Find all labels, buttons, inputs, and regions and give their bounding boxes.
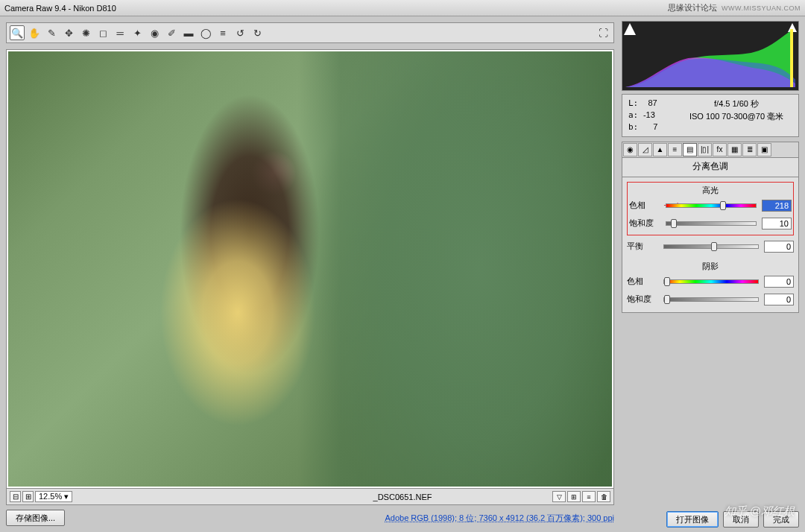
title-bar: Camera Raw 9.4 - Nikon D810 思缘设计论坛WWW.MI… (0, 0, 805, 16)
window-title: Camera Raw 9.4 - Nikon D810 (4, 4, 116, 13)
prefs-icon[interactable]: ≡ (215, 25, 230, 40)
shadows-label: 阴影 (627, 261, 794, 272)
image-preview[interactable] (6, 49, 614, 489)
balance-slider[interactable] (663, 244, 759, 249)
fullscreen-icon[interactable]: ⛶ (596, 25, 610, 40)
preview-footer: ⊟ ⊞ 12.5% ▾ _DSC0651.NEF ▽ ⊞ ≡ 🗑 (6, 489, 614, 505)
hand-tool-icon[interactable]: ✋ (27, 25, 42, 40)
filename-label: _DSC0651.NEF (373, 493, 432, 501)
tab-lens[interactable]: |▯| (698, 143, 712, 156)
tab-fx[interactable]: fx (713, 143, 727, 156)
tab-calib[interactable]: ▦ (727, 143, 742, 156)
watermark: 知乎 @邓红根 (724, 504, 795, 519)
branding: 思缘设计论坛WWW.MISSYUAN.COM (668, 2, 801, 13)
straighten-icon[interactable]: ═ (113, 25, 127, 40)
eyedropper-icon[interactable]: ✎ (44, 25, 59, 40)
balance-value[interactable] (764, 241, 794, 253)
main-toolbar: 🔍 ✋ ✎ ✥ ✺ ◻ ═ ✦ ◉ ✐ ▬ ◯ ≡ ↺ ↻ ⛶ (6, 22, 614, 43)
highlights-sat-row: 饱和度 → (629, 217, 792, 230)
highlights-group-marked: 高光 色相 ⟶ 饱和度 → (627, 182, 794, 235)
filter-icon[interactable]: ▽ (552, 491, 566, 502)
zoom-out-icon[interactable]: ⊟ (10, 491, 21, 502)
tab-hsl[interactable]: ≡ (668, 143, 682, 156)
radial-filter-icon[interactable]: ◯ (198, 25, 213, 40)
shadows-hue-value[interactable] (764, 276, 794, 288)
svg-rect-0 (790, 29, 793, 87)
tab-detail[interactable]: ▲ (653, 143, 667, 156)
highlights-sat-value[interactable] (762, 218, 792, 229)
open-image-button[interactable]: 打开图像 (666, 511, 719, 528)
exif-readout: f/4.5 1/60 秒 ISO 100 70-300@70 毫米 (681, 98, 792, 133)
shadows-sat-value[interactable] (764, 294, 794, 305)
highlights-sat-slider[interactable] (666, 221, 757, 226)
adjust-brush-icon[interactable]: ✐ (164, 25, 179, 40)
workflow-link[interactable]: Adobe RGB (1998); 8 位; 7360 x 4912 (36.2… (385, 513, 614, 524)
lab-readout: L: 87 a: -13 b: 7 (628, 98, 673, 133)
rotate-cw-icon[interactable]: ↻ (250, 25, 265, 40)
balance-row: 平衡 (627, 240, 794, 253)
zoom-select[interactable]: 12.5% ▾ (35, 491, 72, 502)
tab-snapshots[interactable]: ▣ (757, 143, 771, 156)
split-toning-panel: 高光 色相 ⟶ 饱和度 → 平衡 (622, 177, 799, 313)
tab-presets[interactable]: ≣ (742, 143, 757, 156)
zoom-in-icon[interactable]: ⊞ (22, 491, 34, 502)
panel-tabs: ◉ ◿ ▲ ≡ ▤ |▯| fx ▦ ≣ ▣ (622, 142, 799, 158)
shadows-hue-slider[interactable] (663, 279, 759, 284)
spot-removal-icon[interactable]: ✦ (130, 25, 145, 40)
highlights-hue-value[interactable] (762, 200, 792, 212)
zoom-tool-icon[interactable]: 🔍 (10, 25, 25, 40)
rotate-ccw-icon[interactable]: ↺ (233, 25, 247, 40)
panel-title: 分离色调 (622, 158, 799, 177)
tab-curve[interactable]: ◿ (638, 143, 652, 156)
shadows-sat-row: 饱和度 (627, 293, 794, 306)
redeye-icon[interactable]: ◉ (147, 25, 162, 40)
highlights-label: 高光 (629, 185, 792, 196)
tab-split-toning[interactable]: ▤ (683, 143, 697, 156)
crop-icon[interactable]: ◻ (95, 25, 110, 40)
shadows-hue-row: 色相 (627, 275, 794, 288)
graduated-filter-icon[interactable]: ▬ (181, 25, 196, 40)
readout-box: L: 87 a: -13 b: 7 f/4.5 1/60 秒 ISO 100 7… (622, 94, 799, 137)
trash-icon[interactable]: 🗑 (597, 491, 610, 502)
highlights-hue-slider[interactable] (666, 203, 757, 208)
shadows-sat-slider[interactable] (663, 297, 759, 302)
rating-icon[interactable]: ⊞ (567, 491, 581, 502)
color-sampler-icon[interactable]: ✥ (61, 25, 76, 40)
save-image-button[interactable]: 存储图像... (6, 510, 65, 526)
targeted-adjust-icon[interactable]: ✺ (78, 25, 93, 40)
tab-basic[interactable]: ◉ (623, 143, 637, 156)
histogram[interactable] (622, 21, 799, 91)
highlights-hue-row: 色相 ⟶ (629, 199, 792, 212)
menu-icon[interactable]: ≡ (582, 491, 596, 502)
